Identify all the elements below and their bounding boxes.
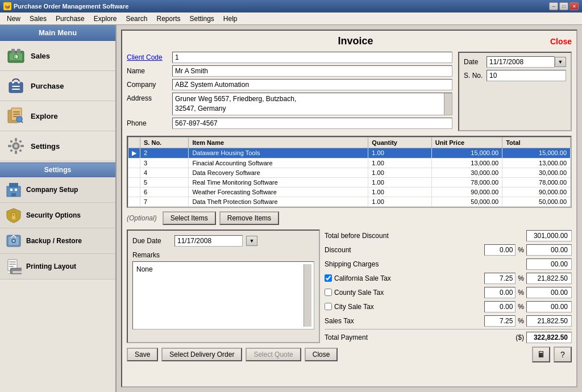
select-delivery-button[interactable]: Select Delivery Order xyxy=(161,348,242,361)
sidebar-item-backup-restore[interactable]: Backup / Restore xyxy=(0,228,115,254)
svg-rect-26 xyxy=(10,149,13,152)
total-before-discount-value: 301,000.00 xyxy=(526,230,572,241)
county-tax-checkbox[interactable] xyxy=(325,289,332,296)
menu-sales[interactable]: Sales xyxy=(25,14,51,24)
table-row[interactable]: 4Data Recovery Software1.0030,000.0030,0… xyxy=(128,168,571,177)
address-scrollbar[interactable] xyxy=(444,93,452,115)
table-row[interactable]: 3Finacial Accounting Software1.0013,000.… xyxy=(128,158,571,168)
select-quote-button[interactable]: Select Quote xyxy=(246,348,301,361)
printing-layout-icon xyxy=(6,258,22,274)
menu-search[interactable]: Search xyxy=(121,14,152,24)
ca-tax-checkbox[interactable] xyxy=(325,274,332,282)
due-date-calendar-button[interactable]: ▼ xyxy=(246,236,257,246)
footer-close-button[interactable]: Close xyxy=(305,348,338,361)
ca-tax-pct-input[interactable]: 7.25 xyxy=(484,273,516,284)
sidebar-sales-label: Sales xyxy=(31,52,50,60)
optional-label: (Optional) xyxy=(127,214,157,222)
name-row: Name Mr A Smith xyxy=(127,65,452,77)
menu-settings[interactable]: Settings xyxy=(185,14,219,24)
svg-rect-22 xyxy=(8,145,11,147)
city-tax-checkbox[interactable] xyxy=(325,303,332,310)
totals-box: Total before Discount 301,000.00 Discoun… xyxy=(325,230,572,343)
row-item-name: Data Recovery Software xyxy=(189,168,368,177)
svg-point-7 xyxy=(12,81,14,84)
name-label: Name xyxy=(127,65,172,75)
company-value[interactable]: ABZ System Automation xyxy=(172,79,452,90)
discount-pct-input[interactable]: 0.00 xyxy=(484,244,516,256)
menu-bar: New Sales Purchase Explore Search Report… xyxy=(0,12,582,25)
svg-rect-14 xyxy=(13,114,20,115)
total-payment-value: 322,822.50 xyxy=(526,332,572,343)
table-row[interactable]: 5Real Time Monitoring Software1.0078,000… xyxy=(128,177,571,187)
total-before-discount-label: Total before Discount xyxy=(325,232,389,240)
sno-value[interactable]: 10 xyxy=(487,70,566,81)
city-tax-checkbox-label[interactable]: City Sale Tax xyxy=(325,303,374,311)
row-unit-price: 50,000.00 xyxy=(431,197,502,206)
date-calendar-button[interactable]: ▼ xyxy=(555,57,566,67)
svg-rect-34 xyxy=(12,216,15,219)
sidebar-item-explore[interactable]: Explore xyxy=(0,101,115,131)
sidebar-item-company-setup[interactable]: Company Setup xyxy=(0,177,115,203)
sidebar-item-settings[interactable]: Settings xyxy=(0,131,115,161)
shipping-label: Shipping Charges xyxy=(325,260,379,268)
sidebar-explore-label: Explore xyxy=(31,112,58,120)
phone-row: Phone 567-897-4567 xyxy=(127,118,452,129)
address-label: Address xyxy=(127,93,172,102)
row-arrow xyxy=(128,177,140,187)
remarks-scrollbar[interactable] xyxy=(304,264,311,327)
calculator-button[interactable]: 🖩 xyxy=(532,347,550,362)
maximize-button[interactable]: □ xyxy=(559,2,568,10)
address-row: Address Gruner Weg 5657, Friedberg, Butz… xyxy=(127,93,452,115)
menu-purchase[interactable]: Purchase xyxy=(51,14,89,24)
svg-rect-25 xyxy=(19,140,22,143)
sidebar-item-security-options[interactable]: Security Options xyxy=(0,203,115,228)
menu-help[interactable]: Help xyxy=(219,14,242,24)
sidebar-item-sales[interactable]: $ Sales xyxy=(0,41,115,71)
sidebar-item-printing-layout[interactable]: Printing Layout xyxy=(0,254,115,280)
total-payment-label: Total Payment xyxy=(325,333,368,341)
due-date-value[interactable]: 11/17/2008 xyxy=(174,235,243,247)
items-tbody: ▶2Dataware Housing Tools1.0015,000.0015,… xyxy=(128,148,571,206)
svg-rect-43 xyxy=(9,266,14,267)
items-table-scroll[interactable]: S. No. Item Name Quantity Unit Price Tot… xyxy=(128,137,571,207)
table-row[interactable]: 6Weather Forecasting Software1.0090,000.… xyxy=(128,187,571,197)
ca-tax-checkbox-label[interactable]: California Sale Tax xyxy=(325,274,391,282)
svg-rect-23 xyxy=(20,145,24,147)
settings-section-header: Settings xyxy=(0,162,115,177)
remove-items-button[interactable]: Remove Items xyxy=(219,211,279,225)
phone-value[interactable]: 567-897-4567 xyxy=(172,118,452,129)
county-tax-checkbox-label[interactable]: County Sale Tax xyxy=(325,289,384,297)
row-unit-price: 90,000.00 xyxy=(431,187,502,197)
sidebar-item-purchase[interactable]: Purchase xyxy=(0,71,115,101)
menu-new[interactable]: New xyxy=(2,14,25,24)
help-button[interactable]: ? xyxy=(554,347,572,362)
menu-explore[interactable]: Explore xyxy=(89,14,122,24)
address-value[interactable]: Gruner Weg 5657, Friedberg, Butzbach,325… xyxy=(173,93,444,115)
save-button[interactable]: Save xyxy=(127,348,158,361)
menu-reports[interactable]: Reports xyxy=(152,14,185,24)
footer-buttons: Save Select Delivery Order Select Quote … xyxy=(127,347,572,362)
table-row[interactable]: ▶2Dataware Housing Tools1.0015,000.0015,… xyxy=(128,148,571,158)
date-value[interactable]: 11/17/2008 xyxy=(487,56,555,68)
window-close-button[interactable]: ✕ xyxy=(569,2,579,10)
select-items-button[interactable]: Select Items xyxy=(163,211,216,225)
svg-rect-9 xyxy=(12,86,20,87)
shipping-value[interactable]: 00.00 xyxy=(526,258,572,270)
name-value[interactable]: Mr A Smith xyxy=(172,65,452,77)
row-item-name: Data Theft Protection Software xyxy=(189,197,368,206)
app-icon: 📦 xyxy=(3,2,11,10)
city-tax-pct-input[interactable]: 0.00 xyxy=(484,301,516,312)
client-code-value[interactable]: 1 xyxy=(172,52,452,63)
row-arrow xyxy=(128,197,140,206)
minimize-button[interactable]: ─ xyxy=(549,2,558,10)
row-unit-price: 13,000.00 xyxy=(431,158,502,168)
row-arrow: ▶ xyxy=(128,148,140,158)
company-setup-icon xyxy=(6,182,22,198)
county-tax-pct-input[interactable]: 0.00 xyxy=(484,287,516,298)
table-row[interactable]: 7Data Theft Protection Software1.0050,00… xyxy=(128,197,571,206)
window-title: Purchase Order Management Software xyxy=(14,3,128,10)
remarks-text[interactable]: None xyxy=(135,264,304,327)
row-item-name: Weather Forecasting Software xyxy=(189,187,368,197)
invoice-close-button[interactable]: Close xyxy=(550,37,572,46)
client-code-link[interactable]: Client Code xyxy=(127,52,172,61)
